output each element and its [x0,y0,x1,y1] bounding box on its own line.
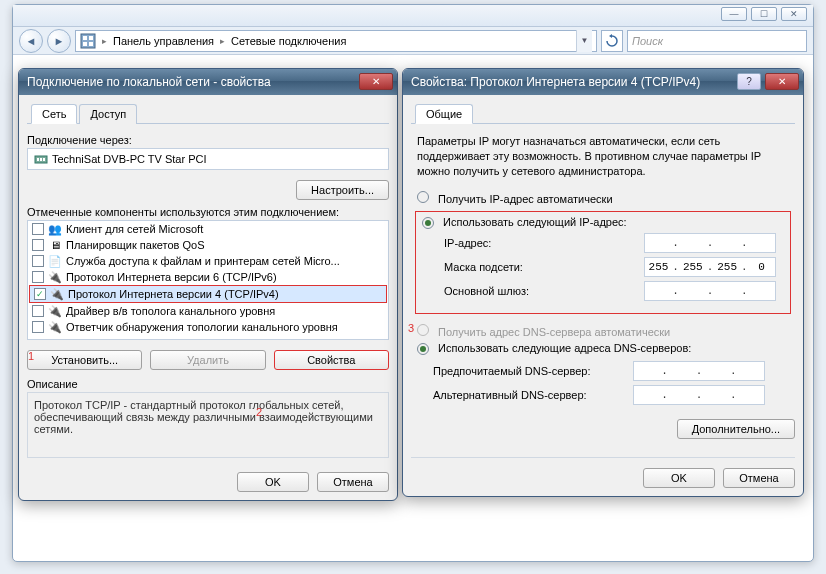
tabs-row: Общие [411,103,795,124]
dialog-titlebar[interactable]: Свойства: Протокол Интернета версии 4 (T… [403,69,803,95]
breadcrumb-sep-icon: ▸ [218,36,227,46]
cancel-button[interactable]: Отмена [317,472,389,492]
min-button[interactable]: — [721,7,747,21]
explorer-titlebar: — ☐ ✕ [13,5,813,27]
properties-button[interactable]: Свойства [274,350,389,370]
list-item[interactable]: 🖥Планировщик пакетов QoS [28,237,388,253]
refresh-button[interactable] [601,30,623,52]
checkbox[interactable] [32,223,44,235]
dns1-label: Предпочитаемый DNS-сервер: [433,365,633,377]
checkbox[interactable] [32,271,44,283]
dialog-title-text: Подключение по локальной сети - свойства [27,75,271,89]
checkbox[interactable] [32,239,44,251]
subnet-mask-label: Маска подсети: [444,261,644,273]
svg-rect-3 [83,42,87,46]
radio-auto-ip[interactable] [417,191,429,203]
ip-address-field[interactable]: ... [644,233,776,253]
configure-button[interactable]: Настроить... [296,180,389,200]
checkbox[interactable]: ✓ [34,288,46,300]
radio-manual-ip[interactable] [422,217,434,229]
components-list[interactable]: 👥Клиент для сетей Microsoft 🖥Планировщик… [27,220,389,340]
ok-button[interactable]: OK [643,468,715,488]
dns-auto-row: Получить адрес DNS-сервера автоматически [411,316,795,340]
address-bar[interactable]: ▸ Панель управления ▸ Сетевые подключени… [75,30,597,52]
control-panel-icon [80,33,96,49]
search-placeholder: Поиск [632,35,663,47]
ip-manual-row[interactable]: Использовать следующий IP-адрес: [422,216,784,229]
advanced-button[interactable]: Дополнительно... [677,419,795,439]
ok-button[interactable]: OK [237,472,309,492]
close-button[interactable]: ✕ [765,73,799,90]
svg-rect-8 [43,158,45,161]
max-button[interactable]: ☐ [751,7,777,21]
cancel-button[interactable]: Отмена [723,468,795,488]
annotation-3: 3 [408,322,414,334]
intro-text: Параметры IP могут назначаться автоматич… [411,134,795,187]
checkbox[interactable] [32,305,44,317]
adapter-name: TechniSat DVB-PC TV Star PCI [52,153,206,165]
connect-via-label: Подключение через: [27,134,389,146]
file-share-icon: 📄 [48,254,62,268]
responder-icon: 🔌 [48,320,62,334]
protocol-icon: 🔌 [50,287,64,301]
svg-rect-6 [37,158,39,161]
list-item[interactable]: 🔌Протокол Интернета версии 6 (TCP/IPv6) [28,269,388,285]
gateway-label: Основной шлюз: [444,285,644,297]
dns-manual-row[interactable]: Использовать следующие адреса DNS-сервер… [411,340,795,357]
list-item-selected[interactable]: ✓🔌Протокол Интернета версии 4 (TCP/IPv4) [29,285,387,303]
dialog-titlebar[interactable]: Подключение по локальной сети - свойства… [19,69,397,95]
lan-properties-dialog: Подключение по локальной сети - свойства… [18,68,398,501]
dialog-title-text: Свойства: Протокол Интернета версии 4 (T… [411,75,700,89]
svg-rect-2 [89,36,93,40]
address-dropdown-button[interactable]: ▼ [576,30,592,52]
address-row: ◄ ► ▸ Панель управления ▸ Сетевые подклю… [13,27,813,55]
manual-ip-group: Использовать следующий IP-адрес: IP-адре… [415,211,791,314]
protocol-icon: 🔌 [48,270,62,284]
client-icon: 👥 [48,222,62,236]
description-label: Описание [27,378,389,390]
breadcrumb-sep-icon: ▸ [100,36,109,46]
install-button[interactable]: Установить... [27,350,142,370]
dns2-field[interactable]: ... [633,385,765,405]
tab-general[interactable]: Общие [415,104,473,124]
components-label: Отмеченные компоненты используются этим … [27,206,389,218]
annotation-2: 2 [256,406,262,418]
driver-icon: 🔌 [48,304,62,318]
svg-rect-1 [83,36,87,40]
tab-access[interactable]: Доступ [79,104,137,124]
tabs-row: Сеть Доступ [27,103,389,124]
ipv4-properties-dialog: Свойства: Протокол Интернета версии 4 (T… [402,68,804,497]
close-button[interactable]: ✕ [359,73,393,90]
list-item[interactable]: 📄Служба доступа к файлам и принтерам сет… [28,253,388,269]
list-item[interactable]: 🔌Драйвер в/в тополога канального уровня [28,303,388,319]
network-adapter-icon [34,152,48,166]
list-item[interactable]: 🔌Ответчик обнаружения топологии канально… [28,319,388,335]
description-text: Протокол TCP/IP - стандартный протокол г… [27,392,389,458]
dns2-label: Альтернативный DNS-сервер: [433,389,633,401]
refresh-icon [605,34,619,48]
ip-auto-row[interactable]: Получить IP-адрес автоматически [411,187,795,209]
annotation-1: 1 [28,350,34,362]
list-item[interactable]: 👥Клиент для сетей Microsoft [28,221,388,237]
dns1-field[interactable]: ... [633,361,765,381]
search-input[interactable]: Поиск [627,30,807,52]
radio-manual-dns[interactable] [417,343,429,355]
svg-rect-4 [89,42,93,46]
nav-back-button[interactable]: ◄ [19,29,43,53]
checkbox[interactable] [32,255,44,267]
svg-rect-7 [40,158,42,161]
ip-address-label: IP-адрес: [444,237,644,249]
breadcrumb-item[interactable]: Сетевые подключения [231,35,346,47]
radio-auto-dns [417,324,429,336]
remove-button: Удалить [150,350,265,370]
nav-forward-button[interactable]: ► [47,29,71,53]
close-button[interactable]: ✕ [781,7,807,21]
adapter-field: TechniSat DVB-PC TV Star PCI [27,148,389,170]
subnet-mask-field[interactable]: 255.255.255.0 [644,257,776,277]
checkbox[interactable] [32,321,44,333]
breadcrumb-item[interactable]: Панель управления [113,35,214,47]
gateway-field[interactable]: ... [644,281,776,301]
qos-icon: 🖥 [48,238,62,252]
tab-network[interactable]: Сеть [31,104,77,124]
help-button[interactable]: ? [737,73,761,90]
